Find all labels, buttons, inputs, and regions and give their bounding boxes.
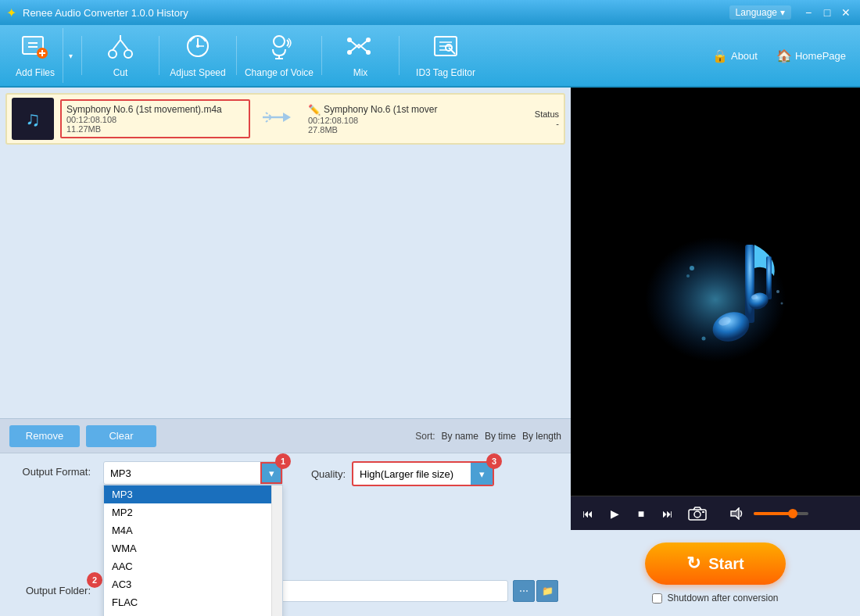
toolbar: Add Files ▾ Cut <box>0 25 860 88</box>
svg-point-43 <box>702 337 706 341</box>
left-panel: ♫ Symphony No.6 (1st movement).m4a 00:12… <box>0 88 571 616</box>
adjust-speed-label: Adjust Speed <box>170 67 225 78</box>
action-bar: Remove Clear Sort: By name By time By le… <box>0 418 571 453</box>
format-option-flac[interactable]: FLAC <box>104 593 282 611</box>
change-of-voice-label: Change of Voice <box>245 67 314 78</box>
add-files-dropdown-arrow[interactable]: ▾ <box>63 28 78 83</box>
sort-by-name[interactable]: By name <box>442 431 478 442</box>
sort-by-length[interactable]: By length <box>522 431 561 442</box>
about-button[interactable]: 🔒 About <box>706 45 764 66</box>
format-option-ac3[interactable]: AC3 <box>104 575 282 593</box>
folder-browse-button[interactable]: ⋯ <box>513 580 535 602</box>
svg-point-7 <box>109 50 116 58</box>
volume-thumb[interactable] <box>788 509 797 518</box>
volume-fill <box>754 512 790 515</box>
language-button[interactable]: Language ▾ <box>729 5 791 20</box>
shutdown-label: Shutdown after conversion <box>667 593 778 603</box>
player-controls: ⏮ ▶ ■ ⏭ <box>571 496 860 530</box>
svg-rect-46 <box>702 511 704 513</box>
cut-button[interactable]: Cut <box>85 28 156 83</box>
quality-label: Quality: <box>311 468 346 480</box>
file-thumbnail: ♫ <box>12 98 54 140</box>
window-controls: − □ ✕ <box>801 5 854 20</box>
close-button[interactable]: ✕ <box>838 5 854 20</box>
output-folder-label: Output Folder: <box>13 580 91 596</box>
format-option-mp2[interactable]: MP2 <box>104 503 282 521</box>
step-1-badge: 1 <box>275 453 291 469</box>
settings-panel: Output Format: 1 MP3 ▾ MP3 MP2 <box>0 453 571 616</box>
format-option-m4a[interactable]: M4A <box>104 521 282 539</box>
right-panel: ⏮ ▶ ■ ⏭ <box>571 88 860 616</box>
player-prev-button[interactable]: ⏮ <box>577 503 599 525</box>
player-next-button[interactable]: ⏭ <box>657 503 679 525</box>
start-button[interactable]: ↻ Start <box>645 543 786 585</box>
status-value: - <box>496 119 559 128</box>
quality-value: High(Larger file size) <box>353 465 471 483</box>
shutdown-after-conversion: Shutdown after conversion <box>652 593 778 603</box>
language-dropdown-icon: ▾ <box>780 7 785 18</box>
main-area: ♫ Symphony No.6 (1st movement).m4a 00:12… <box>0 88 860 616</box>
mix-button[interactable]: Mix <box>325 28 396 83</box>
id3-tag-icon <box>432 32 460 64</box>
quality-selector[interactable]: High(Larger file size) ▾ <box>352 461 494 486</box>
lock-icon: 🔒 <box>712 48 728 63</box>
adjust-speed-icon <box>184 32 212 64</box>
home-icon: 🏠 <box>776 48 792 63</box>
status-label: Status <box>496 109 559 119</box>
format-selector[interactable]: MP3 ▾ <box>103 461 283 485</box>
format-option-wma[interactable]: WMA <box>104 539 282 557</box>
svg-point-39 <box>690 266 694 270</box>
format-option-mp3[interactable]: MP3 <box>104 485 282 503</box>
volume-slider[interactable] <box>754 512 808 515</box>
add-files-button-group: Add Files ▾ <box>8 28 78 83</box>
adjust-speed-button[interactable]: Adjust Speed <box>163 28 233 83</box>
format-selector-area: 1 MP3 ▾ MP3 MP2 M4A WMA AAC <box>103 461 283 485</box>
maximize-button[interactable]: □ <box>819 5 835 20</box>
change-of-voice-icon <box>265 32 293 64</box>
format-option-aac[interactable]: AAC <box>104 557 282 575</box>
toolbar-sep-1 <box>81 36 82 75</box>
music-visual <box>629 213 801 370</box>
id3-tag-editor-button[interactable]: ID3 Tag Editor <box>403 28 489 83</box>
svg-marker-47 <box>731 508 739 519</box>
toolbar-sep-4 <box>321 36 322 75</box>
svg-point-45 <box>694 511 701 518</box>
sort-area: Sort: By name By time By length <box>415 431 561 442</box>
shutdown-checkbox[interactable] <box>652 593 662 603</box>
folder-open-button[interactable]: 📁 <box>536 580 558 602</box>
step-3-badge: 3 <box>486 453 502 469</box>
step-2-badge: 2 <box>87 572 102 588</box>
sort-by-time[interactable]: By time <box>485 431 516 442</box>
file-status-area: Status - <box>496 109 559 128</box>
change-of-voice-button[interactable]: Change of Voice <box>240 28 318 83</box>
svg-marker-29 <box>283 113 291 122</box>
id3-tag-editor-label: ID3 Tag Editor <box>416 67 475 78</box>
player-stop-button[interactable]: ■ <box>630 503 652 525</box>
output-edit-icon: ✏️ <box>308 104 321 116</box>
input-file-duration: 00:12:08.108 <box>66 115 244 124</box>
screenshot-button[interactable] <box>683 503 711 525</box>
remove-button[interactable]: Remove <box>9 425 80 447</box>
homepage-button[interactable]: 🏠 HomePage <box>770 45 852 66</box>
clear-button[interactable]: Clear <box>86 425 156 447</box>
svg-line-10 <box>120 40 128 50</box>
toolbar-sep-2 <box>159 36 159 75</box>
dropdown-scrollbar[interactable] <box>271 485 282 616</box>
language-label: Language <box>736 7 777 18</box>
svg-point-42 <box>781 303 783 305</box>
add-files-button[interactable]: Add Files <box>8 28 63 83</box>
titlebar-right: Language ▾ − □ ✕ <box>729 5 854 20</box>
toolbar-sep-3 <box>236 36 237 75</box>
format-option-wav[interactable]: WAV <box>104 611 282 616</box>
input-file-name: Symphony No.6 (1st movement).m4a <box>66 104 244 115</box>
svg-point-20 <box>366 38 371 42</box>
format-value: MP3 <box>104 464 260 482</box>
mix-label: Mix <box>353 67 368 78</box>
start-refresh-icon: ↻ <box>686 553 701 574</box>
svg-point-15 <box>196 45 199 48</box>
player-play-button[interactable]: ▶ <box>604 503 625 525</box>
music-thumb-icon: ♫ <box>25 107 41 131</box>
minimize-button[interactable]: − <box>801 5 816 20</box>
sort-label: Sort: <box>415 431 435 442</box>
volume-icon <box>727 503 749 525</box>
